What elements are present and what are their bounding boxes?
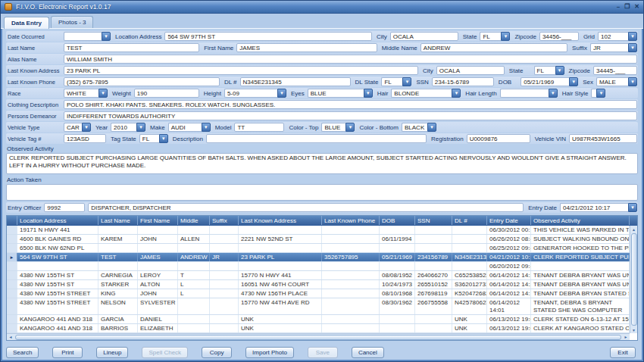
table-cell[interactable]: BARRIOS [98, 324, 138, 332]
table-cell[interactable]: 06/13/2012 19:04 [487, 324, 531, 332]
table-cell[interactable] [415, 244, 452, 252]
table-cell[interactable]: UNK [239, 315, 322, 323]
table-cell[interactable] [178, 298, 210, 314]
row-selector-cell[interactable] [7, 324, 17, 332]
table-cell[interactable]: 19171 N HWY 441 [17, 226, 98, 234]
table-cell[interactable]: 23 PARK PL [239, 253, 322, 261]
close-icon[interactable]: ✕ [634, 4, 639, 10]
table-cell[interactable] [452, 226, 487, 234]
hair-style-combobox[interactable]: ▼ [591, 89, 605, 98]
column-header-location-address[interactable]: Location Address [17, 216, 98, 225]
row-selector-cell[interactable] [7, 298, 17, 314]
table-cell[interactable]: C6525385228... [452, 271, 487, 279]
table-cell[interactable]: 06/30/2012 00:12 [487, 226, 531, 234]
alias-name-input[interactable]: WILLIAM SMITH [64, 55, 637, 64]
vehicle-vin-input[interactable]: U987R453W1665 [569, 134, 637, 143]
chevron-down-icon[interactable]: ▼ [628, 43, 637, 52]
eyes-value[interactable]: BLUE [308, 89, 364, 98]
column-header-suffix[interactable]: Suffix [210, 216, 239, 225]
column-header-last-name[interactable]: Last Name [98, 216, 138, 225]
vehicle-tag-input[interactable]: 123ASD [64, 134, 106, 143]
table-cell[interactable] [452, 262, 487, 270]
scroll-right-icon[interactable]: ► [622, 335, 630, 339]
scroll-up-icon[interactable]: ▲ [632, 226, 636, 232]
state-combobox[interactable]: FL ▼ [480, 32, 510, 41]
lineup-button[interactable]: Lineup [96, 347, 128, 358]
table-cell[interactable]: 16051 NW 46TH COURT [239, 280, 322, 289]
exit-button[interactable]: Exit [610, 347, 636, 358]
table-cell[interactable]: 234156789 [415, 253, 452, 261]
table-cell[interactable]: SYLVESTER [138, 298, 178, 314]
table-cell[interactable]: S36201273384 [452, 280, 487, 289]
height-value[interactable]: 5-09 [224, 89, 277, 98]
table-cell[interactable]: ALTON [138, 280, 178, 289]
table-cell[interactable]: 08/30/1962 [380, 298, 415, 314]
table-cell[interactable]: 10/24/1973 [380, 280, 415, 289]
table-cell[interactable]: 15770 NW 44TH AVE RD [239, 298, 322, 314]
observed-activity-textarea[interactable]: CLERK REPORTED SUBJECT PURCHASING LARGE … [6, 153, 638, 174]
chevron-down-icon[interactable]: ▼ [345, 123, 355, 132]
table-cell[interactable]: LEROY [138, 271, 178, 279]
dob-combobox[interactable]: 05/21/1969 ▼ [521, 77, 578, 86]
table-cell[interactable] [380, 315, 415, 323]
table-cell[interactable] [415, 262, 452, 270]
chevron-down-icon[interactable]: ▼ [202, 123, 211, 132]
table-cell[interactable]: L [178, 280, 210, 289]
table-row[interactable]: 6500 BLK NW 62ND PL06/25/2012 09:48GENER… [7, 244, 630, 253]
entry-date-combobox[interactable]: 04/21/2012 10:17 ▼ [560, 203, 637, 212]
table-cell[interactable] [178, 262, 210, 270]
table-cell[interactable] [322, 244, 380, 252]
table-cell[interactable] [322, 315, 380, 323]
table-row[interactable]: 4380 NW 155TH STCARNEGIALEROYT15770 N HW… [7, 271, 630, 280]
table-cell[interactable]: 06/14/2012 14:01 [487, 298, 531, 314]
model-input[interactable]: TT [234, 123, 284, 132]
chevron-down-icon[interactable]: ▼ [136, 123, 145, 132]
persons-demeanor-input[interactable]: INDIFFERENT TOWARDS AUTHORITY [64, 111, 637, 120]
chevron-down-icon[interactable]: ▼ [427, 123, 436, 132]
table-cell[interactable] [210, 289, 239, 298]
table-cell[interactable] [210, 324, 239, 332]
table-cell[interactable]: 06/20/2012 09:43 [487, 262, 531, 270]
row-selector-cell[interactable] [7, 315, 17, 323]
table-cell[interactable]: GARCIA [98, 315, 138, 323]
column-header-middle[interactable]: Middle [178, 216, 210, 225]
restore-icon[interactable]: ❐ [624, 4, 630, 10]
table-cell[interactable]: 06/26/2012 08:41 [487, 235, 531, 243]
table-cell[interactable]: JAMES [138, 253, 178, 261]
table-row[interactable]: 4380 NW 155TH STREETKINGJOHNL4730 NW 156… [7, 289, 630, 298]
table-cell[interactable] [322, 324, 380, 332]
table-cell[interactable] [210, 226, 239, 234]
location-address-input[interactable]: 564 SW 97TH ST [164, 32, 372, 41]
table-cell[interactable] [322, 271, 380, 279]
table-cell[interactable] [322, 262, 380, 270]
middle-name-input[interactable]: ANDREW [420, 43, 567, 52]
year-value[interactable]: 2010 [111, 123, 136, 132]
zipcode-input[interactable]: 34456-___ [539, 32, 579, 41]
chevron-down-icon[interactable]: ▼ [364, 89, 373, 98]
tab-data-entry[interactable]: Data Entry [4, 17, 49, 29]
table-cell[interactable]: 06/11/1994 [380, 235, 415, 243]
table-row[interactable]: 4380 NW 155TH STREETNELSONSYLVESTER15770… [7, 298, 630, 315]
table-cell[interactable]: 264066270 [415, 271, 452, 279]
import-photo-button[interactable]: Import Photo [245, 347, 294, 358]
dl-number-input[interactable]: N345E231345 [240, 77, 351, 86]
table-cell[interactable] [415, 315, 452, 323]
table-cell[interactable]: N345E231345 [452, 253, 487, 261]
lka-state-combobox[interactable]: FL ▼ [534, 66, 564, 75]
table-cell[interactable]: 06/14/2012 14:32 [487, 271, 531, 279]
table-cell[interactable]: 06/14/2012 14:10 [487, 289, 531, 298]
column-header-last-known-phone[interactable]: Last Known Phone [322, 216, 380, 225]
make-value[interactable]: AUDI [168, 123, 202, 132]
table-cell[interactable]: 04/21/2012 10:17 [487, 253, 531, 261]
table-cell[interactable] [210, 244, 239, 252]
table-cell[interactable] [380, 262, 415, 270]
table-cell[interactable]: TENANT, DEBRA S BRYANT STATED SHE WAS CO… [531, 298, 630, 314]
table-horizontal-scrollbar[interactable]: ◄ ► [7, 333, 630, 340]
table-cell[interactable]: 15770 N HWY 441 [239, 271, 322, 279]
color-bottom-combobox[interactable]: BLACK ▼ [402, 123, 436, 132]
table-cell[interactable] [380, 244, 415, 252]
last-known-phone-input[interactable]: (352) 675-7895 [64, 77, 220, 86]
scroll-left-icon[interactable]: ◄ [7, 335, 14, 339]
grid-value[interactable]: 102 [598, 32, 628, 41]
table-cell[interactable]: DANIEL [138, 315, 178, 323]
